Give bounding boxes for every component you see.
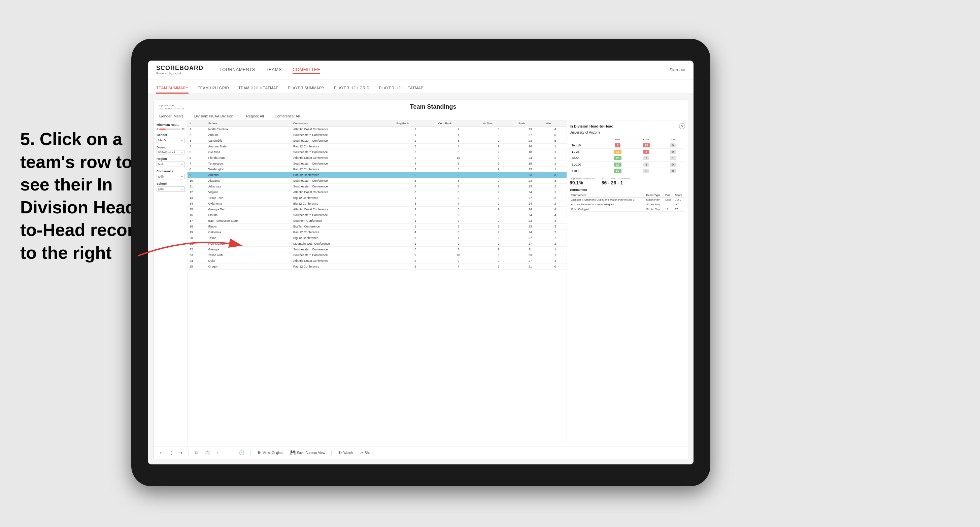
tournament-row-1: Jackson T. Stephens Cup Men's Match-Play… bbox=[570, 198, 685, 202]
minus-button[interactable]: - bbox=[224, 450, 229, 456]
opponents-label: Opponents in division: bbox=[570, 177, 596, 180]
h2h-title: In Division Head-to-Head bbox=[570, 124, 613, 128]
conference-filter[interactable]: Conference (All) ▼ bbox=[156, 170, 185, 179]
table-row[interactable]: 25 Oregon Pac-12 Conference 5 7 9 21 0 bbox=[188, 264, 566, 270]
separator-2 bbox=[232, 449, 233, 456]
clock-button[interactable]: 🕐 bbox=[237, 449, 247, 456]
table-row[interactable]: 15 Georgia Tech Atlantic Coast Conferenc… bbox=[188, 206, 566, 212]
table-row[interactable]: 6 Florida State Atlantic Coast Conferenc… bbox=[188, 155, 566, 161]
col-win: Win bbox=[544, 121, 566, 127]
region-filter[interactable]: Region N/A ▼ bbox=[156, 157, 185, 167]
h2h-row-26-50: 26-50 25 2 1 bbox=[570, 155, 685, 162]
table-row[interactable]: 2 Auburn Southeastern Conference 1 1 9 2… bbox=[188, 132, 566, 138]
scene: 5. Click on a team's row to see their In… bbox=[0, 0, 980, 527]
sub-nav-player-h2h-grid[interactable]: PLAYER H2H GRID bbox=[334, 83, 370, 94]
h2h-close-button[interactable]: ✕ bbox=[679, 123, 685, 129]
paste-button[interactable]: 📋 bbox=[203, 449, 212, 456]
table-row[interactable]: 14 Oklahoma Big 12 Conference 3 7 9 24 2 bbox=[188, 201, 566, 206]
nav-item-committee[interactable]: COMMITTEE bbox=[293, 66, 320, 74]
table-row[interactable]: 1 North Carolina Atlantic Coast Conferen… bbox=[188, 127, 566, 132]
sidebar-filters: Minimum Rou... 4 20 Gender Men bbox=[154, 121, 188, 446]
table-row[interactable]: 10 Alabama Southeastern Conference 5 8 9… bbox=[188, 178, 566, 184]
school-filter[interactable]: School (All) ▼ bbox=[156, 182, 185, 192]
copy-button[interactable]: ⧉ bbox=[193, 449, 200, 457]
undo-button[interactable]: ↩ bbox=[158, 449, 165, 456]
table-row[interactable]: 8 Washington Pac-12 Conference 2 8 9 23 … bbox=[188, 167, 566, 172]
redo-icon: ↪ bbox=[179, 450, 183, 455]
copy-icon: ⧉ bbox=[195, 450, 198, 456]
col-tournament: Tournament bbox=[570, 193, 645, 198]
nav-item-teams[interactable]: TEAMS bbox=[266, 66, 282, 74]
panel-filters: Gender: Men's Division: NCAA Division I … bbox=[154, 112, 688, 121]
sub-nav: TEAM SUMMARY TEAM H2H GRID TEAM H2H HEAT… bbox=[148, 79, 694, 94]
filter-region: Region: All bbox=[246, 114, 264, 118]
logo: SCOREBOARD Powered by clippd bbox=[156, 65, 203, 75]
h2h-panel: In Division Head-to-Head ✕ University of… bbox=[566, 121, 688, 446]
separator-4 bbox=[331, 449, 332, 456]
panel-body: Minimum Rou... 4 20 Gender Men bbox=[154, 121, 688, 446]
filter-conference: Conference: All bbox=[275, 114, 300, 118]
opponents-value: 99.1% bbox=[570, 180, 596, 186]
h2h-row-top10: Top 10 3 13 0 bbox=[570, 142, 685, 149]
separator-3 bbox=[250, 449, 251, 456]
col-no-tour: No Tour bbox=[481, 121, 517, 127]
redo-button[interactable]: ↪ bbox=[177, 449, 185, 456]
main-content: Update time: 27/03/2024 16:56:26 Team St… bbox=[148, 94, 694, 464]
table-row[interactable]: 9 Arizona Pac-12 Conference 5 8 8 23 3 bbox=[188, 172, 566, 178]
nav-item-tournaments[interactable]: TOURNAMENTS bbox=[220, 66, 255, 74]
col-reg-rank: Reg Rank bbox=[395, 121, 436, 127]
table-row[interactable]: 3 Vanderbilt Southeastern Conference 2 8… bbox=[188, 138, 566, 144]
col-score: Score bbox=[674, 193, 685, 198]
sign-out-button[interactable]: Sign out bbox=[669, 67, 686, 72]
sub-nav-player-summary[interactable]: PLAYER SUMMARY bbox=[288, 83, 325, 94]
gender-filter[interactable]: Gender Men's ▼ bbox=[156, 133, 185, 143]
watch-icon: 👁 bbox=[338, 450, 342, 455]
table-row[interactable]: 18 Illinois Big Ten Conference 1 9 9 23 … bbox=[188, 224, 566, 230]
undo-icon: ↩ bbox=[160, 450, 164, 455]
h2h-school: University of Arizona bbox=[570, 130, 685, 134]
share-icon: ↗ bbox=[360, 450, 363, 455]
division-filter[interactable]: Division NCAA Division I ▼ bbox=[156, 146, 185, 154]
share-button[interactable]: ↗ Share bbox=[358, 449, 376, 456]
arrow-container bbox=[131, 229, 249, 262]
tournaments-label: Tournament bbox=[570, 188, 685, 192]
logo-title: SCOREBOARD bbox=[156, 65, 203, 72]
wlt-label: W-L-T record in-division: bbox=[601, 177, 631, 180]
step-back-button[interactable]: ⟨ bbox=[168, 449, 174, 456]
col-event-type: Event Type bbox=[645, 193, 664, 198]
sub-nav-team-h2h-heatmap[interactable]: TEAM H2H HEATMAP bbox=[239, 83, 278, 94]
watch-button[interactable]: 👁 Watch bbox=[336, 449, 355, 456]
col-pos: Pos bbox=[664, 193, 673, 198]
step-back-icon: ⟨ bbox=[170, 450, 172, 455]
h2h-table: Win Loss Tie Top 10 3 13 bbox=[570, 137, 685, 174]
logo-sub: Powered by clippd bbox=[156, 72, 203, 75]
filter-gender: Gender: Men's bbox=[159, 114, 183, 118]
tournament-table: Tournament Event Type Pos Score bbox=[570, 193, 685, 212]
annotation-text: 5. Click on a team's row to see their In… bbox=[20, 128, 148, 265]
filter-division: Division: NCAA Division I bbox=[194, 114, 235, 118]
h2h-row-gt100: >100 27 0 0 bbox=[570, 168, 685, 174]
table-row[interactable]: 12 Virginia Atlantic Coast Conference 3 … bbox=[188, 189, 566, 195]
panel-title: Team Standings bbox=[410, 103, 457, 110]
table-row[interactable]: 16 Florida Southeastern Conference 7 9 9… bbox=[188, 212, 566, 218]
table-row[interactable]: 7 Tennessee Southeastern Conference 4 6 … bbox=[188, 161, 566, 167]
table-row[interactable]: 5 Ole Miss Southeastern Conference 3 6 9… bbox=[188, 149, 566, 155]
panel-header: Update time: 27/03/2024 16:56:26 Team St… bbox=[154, 100, 688, 112]
min-rounds-filter: Minimum Rou... 4 20 bbox=[156, 123, 185, 130]
h2h-row-11-25: 11-25 11 8 0 bbox=[570, 149, 685, 155]
add-button[interactable]: + bbox=[215, 450, 221, 456]
bottom-toolbar: ↩ ⟨ ↪ ⧉ 📋 bbox=[154, 446, 688, 459]
h2h-header: In Division Head-to-Head ✕ bbox=[570, 123, 685, 129]
table-row[interactable]: 4 Arizona State Pac-12 Conference 3 4 9 … bbox=[188, 144, 566, 149]
table-row[interactable]: 11 Arkansas Southeastern Conference 6 8 … bbox=[188, 184, 566, 189]
view-original-button[interactable]: 👁 View: Original bbox=[255, 449, 285, 456]
sub-nav-team-summary[interactable]: TEAM SUMMARY bbox=[156, 83, 189, 94]
save-custom-view-button[interactable]: 💾 Save Custom View bbox=[288, 449, 327, 456]
col-rnds: Rnds bbox=[516, 121, 544, 127]
table-row[interactable]: 17 East Tennessee State Southern Confere… bbox=[188, 218, 566, 224]
table-row[interactable]: 13 Texas Tech Big 12 Conference 1 9 9 27… bbox=[188, 195, 566, 201]
h2h-stats: Opponents in division: 99.1% W-L-T recor… bbox=[570, 177, 685, 186]
sub-nav-team-h2h-grid[interactable]: TEAM H2H GRID bbox=[198, 83, 229, 94]
h2h-row-51-100: 51-100 20 3 0 bbox=[570, 162, 685, 168]
sub-nav-player-h2h-heatmap[interactable]: PLAYER H2H HEATMAP bbox=[379, 83, 423, 94]
